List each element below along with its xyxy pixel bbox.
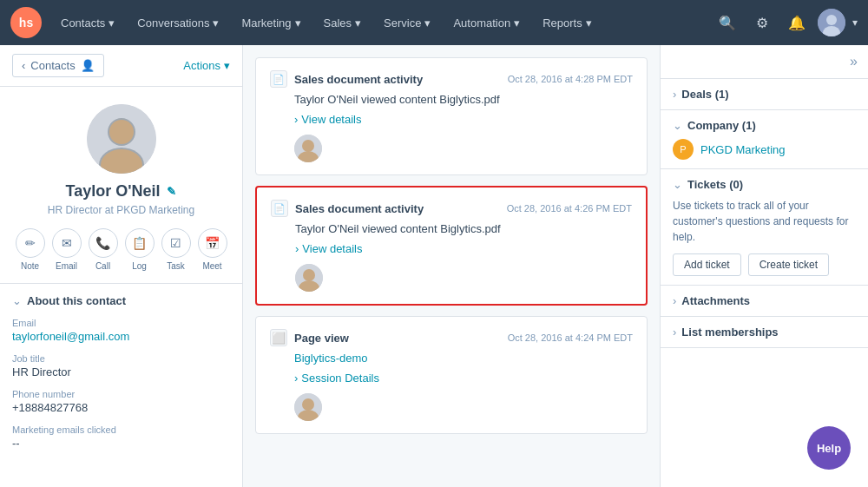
- activity-card-3: ⬜ Page view Oct 28, 2016 at 4:24 PM EDT …: [255, 316, 648, 434]
- tickets-chevron-icon: ⌄: [673, 178, 682, 191]
- search-button[interactable]: 🔍: [713, 9, 741, 36]
- about-section: ⌄ About this contact Email taylorfoneil@…: [0, 284, 242, 471]
- edit-icon[interactable]: ✎: [167, 185, 176, 198]
- nav-service[interactable]: Service▾: [373, 11, 441, 35]
- phone-value: +18884827768: [12, 401, 230, 414]
- job-title-field-group: Job title HR Director: [12, 353, 230, 378]
- actions-chevron-icon: ▾: [224, 59, 230, 72]
- company-icon: P: [673, 139, 694, 160]
- nav-contacts[interactable]: Contacts▾: [50, 11, 125, 35]
- attachments-chevron-icon: ›: [673, 294, 676, 307]
- notifications-button[interactable]: 🔔: [783, 9, 811, 36]
- call-action[interactable]: 📞 Call: [89, 228, 118, 271]
- biglytics-link[interactable]: Biglytics-demo: [294, 352, 368, 365]
- email-field-group: Email taylorfoneil@gmail.com: [12, 318, 230, 343]
- nav-sales[interactable]: Sales▾: [313, 11, 372, 35]
- actions-label: Actions: [183, 59, 220, 72]
- email-value[interactable]: taylorfoneil@gmail.com: [12, 330, 230, 343]
- tickets-description: Use tickets to track all of your custome…: [673, 198, 856, 245]
- view-details-1-button[interactable]: › View details: [294, 113, 633, 126]
- nav-items: Contacts▾ Conversations▾ Marketing▾ Sale…: [50, 11, 713, 35]
- task-icon: ☑: [161, 228, 191, 258]
- nav-marketing[interactable]: Marketing▾: [231, 11, 311, 35]
- add-ticket-button[interactable]: Add ticket: [673, 253, 741, 276]
- nav-right-actions: 🔍 ⚙ 🔔 ▾: [713, 9, 858, 36]
- phone-field-group: Phone number +18884827768: [12, 389, 230, 414]
- meet-icon: 📅: [198, 228, 227, 258]
- company-name[interactable]: PKGD Marketing: [700, 143, 786, 156]
- activity-2-avatar: [295, 264, 323, 292]
- marketing-value: --: [12, 437, 230, 450]
- svg-point-8: [109, 120, 134, 144]
- user-avatar[interactable]: [818, 9, 845, 36]
- contact-title: HR Director at PKGD Marketing: [12, 204, 230, 216]
- memberships-section: › List memberships: [661, 317, 868, 348]
- log-action[interactable]: 📋 Log: [125, 228, 155, 271]
- note-icon: ✏: [16, 228, 45, 258]
- svg-point-17: [302, 398, 314, 411]
- right-sidebar: » › Deals (1) ⌄ Company (1) P PKGD Marke…: [660, 45, 868, 487]
- phone-icon: 📞: [89, 228, 118, 258]
- top-navigation: hs Contacts▾ Conversations▾ Marketing▾ S…: [0, 0, 868, 45]
- activity-3-avatar: [294, 393, 322, 421]
- help-fab[interactable]: Help: [807, 426, 851, 470]
- memberships-section-header[interactable]: › List memberships: [673, 326, 856, 339]
- deals-section-header[interactable]: › Deals (1): [673, 88, 856, 101]
- activity-1-avatar: [294, 135, 322, 162]
- phone-label: Phone number: [12, 389, 230, 399]
- document-icon: 📄: [270, 70, 287, 88]
- job-title-label: Job title: [12, 353, 230, 364]
- company-section-header[interactable]: ⌄ Company (1): [673, 119, 856, 132]
- expand-icon[interactable]: »: [850, 54, 858, 69]
- hubspot-logo[interactable]: hs: [10, 7, 42, 38]
- left-sidebar: ‹ Contacts 👤 Actions ▾: [0, 45, 243, 487]
- activity-2-description: Taylor O'Neil viewed content Biglytics.p…: [295, 222, 632, 235]
- tickets-section-header[interactable]: ⌄ Tickets (0): [673, 178, 856, 191]
- meet-action[interactable]: 📅 Meet: [198, 228, 227, 271]
- task-action[interactable]: ☑ Task: [161, 228, 191, 271]
- contact-profile: Taylor O'Neil ✎ HR Director at PKGD Mark…: [0, 87, 242, 284]
- deals-section-title: Deals (1): [681, 88, 728, 101]
- deals-section: › Deals (1): [661, 79, 868, 110]
- email-action[interactable]: ✉ Email: [52, 228, 82, 271]
- nav-conversations[interactable]: Conversations▾: [127, 11, 229, 35]
- activity-card-1: 📄 Sales document activity Oct 28, 2016 a…: [255, 57, 648, 175]
- nav-reports[interactable]: Reports▾: [532, 11, 602, 35]
- about-section-header[interactable]: ⌄ About this contact: [12, 294, 230, 307]
- nav-automation[interactable]: Automation▾: [443, 11, 530, 35]
- activity-3-time: Oct 28, 2016 at 4:24 PM EDT: [508, 332, 633, 343]
- sidebar-header: ‹ Contacts 👤 Actions ▾: [0, 45, 242, 87]
- back-contacts-button[interactable]: ‹ Contacts 👤: [12, 54, 104, 77]
- marketing-field-group: Marketing emails clicked --: [12, 424, 230, 450]
- page-icon: ⬜: [270, 329, 287, 346]
- svg-point-3: [826, 15, 837, 25]
- tickets-section: ⌄ Tickets (0) Use tickets to track all o…: [661, 169, 868, 286]
- settings-button[interactable]: ⚙: [748, 9, 776, 36]
- activity-feed: 📄 Sales document activity Oct 28, 2016 a…: [243, 45, 660, 487]
- chevron-right-icon-3: ›: [294, 372, 298, 385]
- tickets-content: Use tickets to track all of your custome…: [673, 198, 856, 276]
- attachments-section-title: Attachments: [681, 294, 750, 307]
- chevron-right-icon: ›: [294, 113, 298, 126]
- actions-button[interactable]: Actions ▾: [183, 59, 230, 72]
- user-menu-chevron[interactable]: ▾: [852, 16, 858, 29]
- tickets-section-title: Tickets (0): [687, 178, 743, 191]
- company-section-title: Company (1): [687, 119, 756, 132]
- svg-point-14: [303, 269, 315, 281]
- company-content: P PKGD Marketing: [673, 139, 856, 160]
- activity-3-header: ⬜ Page view Oct 28, 2016 at 4:24 PM EDT: [270, 329, 633, 346]
- document-icon-2: 📄: [271, 200, 288, 217]
- attachments-section-header[interactable]: › Attachments: [673, 294, 856, 307]
- ticket-buttons: Add ticket Create ticket: [673, 253, 856, 276]
- about-collapse-icon: ⌄: [12, 294, 22, 307]
- activity-2-header: 📄 Sales document activity Oct 28, 2016 a…: [271, 200, 632, 217]
- note-action[interactable]: ✏ Note: [16, 228, 45, 271]
- company-row: P PKGD Marketing: [673, 139, 856, 160]
- avatar: [87, 104, 156, 174]
- view-details-2-button[interactable]: › View details: [295, 242, 632, 255]
- activity-1-header: 📄 Sales document activity Oct 28, 2016 a…: [270, 70, 633, 88]
- session-details-button[interactable]: › Session Details: [294, 372, 633, 385]
- back-arrow-icon: ‹: [22, 59, 25, 72]
- svg-text:hs: hs: [19, 16, 34, 30]
- create-ticket-button[interactable]: Create ticket: [748, 253, 829, 276]
